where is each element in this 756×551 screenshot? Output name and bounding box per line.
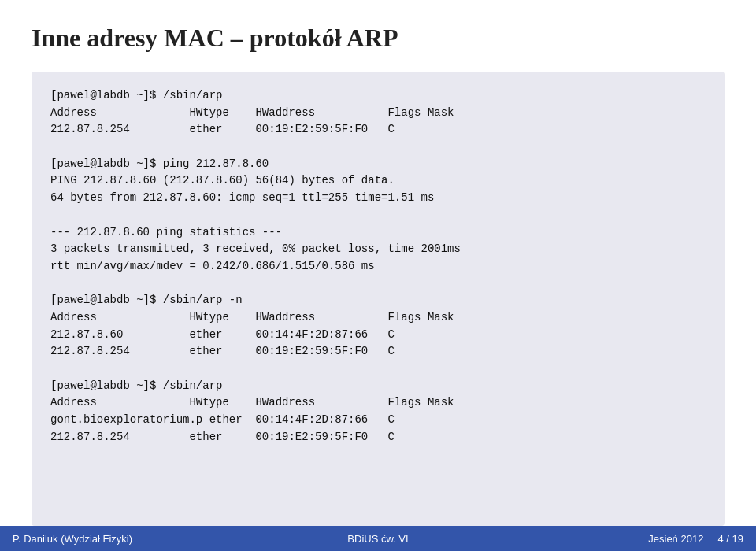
empty-line — [50, 361, 706, 378]
empty-line — [50, 207, 706, 224]
content-line: [pawel@labdb ~]$ /sbin/arp -n — [50, 292, 706, 309]
content-line: --- 212.87.8.60 ping statistics --- — [50, 224, 706, 242]
footer-author: P. Daniluk (Wydział Fizyki) — [13, 533, 132, 545]
content-line: 3 packets transmitted, 3 received, 0% pa… — [50, 241, 706, 258]
content-line: [pawel@labdb ~]$ /sbin/arp — [50, 378, 706, 395]
content-line: Address HWtype HWaddress Flags Mask — [50, 309, 706, 327]
content-line: 212.87.8.254 ether 00:19:E2:59:5F:F0 C — [50, 429, 706, 446]
slide-title: Inne adresy MAC – protokół ARP — [32, 24, 724, 53]
content-line: 212.87.8.254 ether 00:19:E2:59:5F:F0 C — [50, 343, 706, 361]
footer-date: Jesień 2012 — [648, 533, 703, 545]
content-line: PING 212.87.8.60 (212.87.8.60) 56(84) by… — [50, 172, 706, 190]
content-line: gont.bioexploratorium.p ether 00:14:4F:2… — [50, 412, 706, 429]
footer-center: BDiUS ćw. VI — [256, 533, 499, 545]
content-line: [pawel@labdb ~]$ /sbin/arp — [50, 87, 706, 105]
footer-course: BDiUS ćw. VI — [347, 533, 408, 545]
content-area: [pawel@labdb ~]$ /sbin/arpAddress HWtype… — [32, 72, 724, 526]
footer-slide: 4 / 19 — [717, 533, 743, 545]
content-line: Address HWtype HWaddress Flags Mask — [50, 394, 706, 412]
content-line: Address HWtype HWaddress Flags Mask — [50, 105, 706, 122]
content-line: 64 bytes from 212.87.8.60: icmp_seq=1 tt… — [50, 190, 706, 207]
content-line: 212.87.8.60 ether 00:14:4F:2D:87:66 C — [50, 327, 706, 344]
footer-right: Jesień 2012 4 / 19 — [500, 533, 743, 545]
footer-left: P. Daniluk (Wydział Fizyki) — [13, 533, 256, 545]
empty-line — [50, 139, 706, 156]
content-line: [pawel@labdb ~]$ ping 212.87.8.60 — [50, 156, 706, 173]
footer: P. Daniluk (Wydział Fizyki) BDiUS ćw. VI… — [0, 526, 756, 551]
content-line: 212.87.8.254 ether 00:19:E2:59:5F:F0 C — [50, 121, 706, 139]
empty-line — [50, 276, 706, 293]
content-line: rtt min/avg/max/mdev = 0.242/0.686/1.515… — [50, 258, 706, 276]
slide-container: Inne adresy MAC – protokół ARP [pawel@la… — [0, 0, 756, 526]
